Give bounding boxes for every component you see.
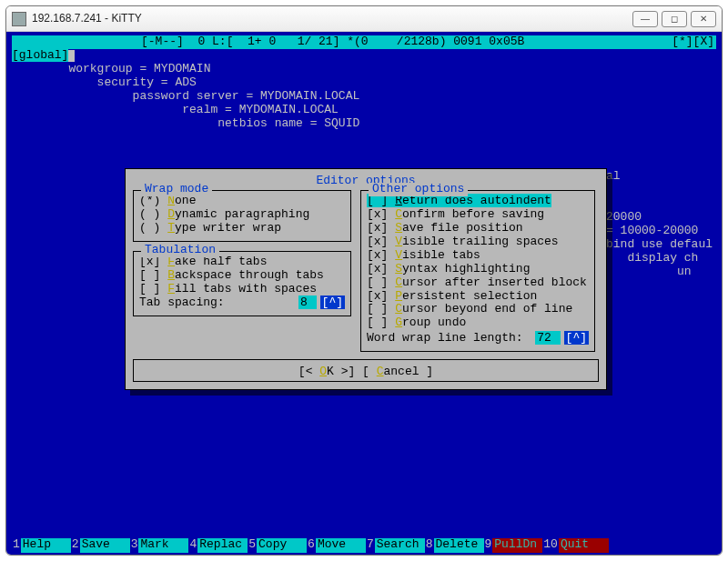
maximize-button[interactable]: ◻: [662, 11, 687, 27]
fkey-label: Move: [316, 538, 366, 553]
function-key-bar: 1Help2Save3Mark4Replac5Copy6Move7Search8…: [12, 538, 716, 553]
wrap-length-label: Word wrap line length:: [367, 332, 523, 346]
tabulation-option[interactable]: [x] Fake half tabs: [139, 255, 345, 269]
window-buttons: — ◻ ✕: [629, 11, 716, 27]
tabulation-group: Tabulation [x] Fake half tabs[ ] Backspa…: [133, 251, 351, 316]
tab-spacing-row: Tab spacing: 8 [^]: [139, 296, 345, 310]
fkey-label: Replac: [197, 538, 248, 553]
other-option[interactable]: [x] Visible trailing spaces: [367, 235, 589, 249]
fkey-num: 5: [248, 538, 257, 553]
editor-status-line: [-M--] 0 L:[ 1+ 0 1/ 21] *(0 /2128b) 009…: [12, 35, 716, 49]
other-option[interactable]: [ ] Group undo: [367, 316, 589, 330]
fkey-label: Quit: [559, 538, 609, 553]
dialog-buttons: [< OK >] [ Cancel ]: [133, 359, 599, 382]
config-line: realm = MYDOMAIN.LOCAL: [12, 104, 716, 117]
status-right: [*][X]: [672, 35, 714, 49]
window-title: 192.168.7.241 - KiTTY: [32, 13, 629, 25]
fkey-num: 7: [366, 538, 375, 553]
fkey-label: Mark: [138, 538, 188, 553]
fkey-5[interactable]: 5Copy: [248, 538, 307, 553]
fkey-label: Search: [375, 538, 425, 553]
fkey-num: 3: [130, 538, 139, 553]
fkey-label: Help: [21, 538, 71, 553]
status-position: 0 L:[ 1+ 0 1/ 21] *(0 /2128b) 0091 0x05B: [197, 35, 524, 49]
other-options-legend: Other options: [369, 183, 468, 196]
background-text-right: cal -20000 = 10000-20000 bind use defaul…: [599, 170, 713, 279]
other-option[interactable]: [ ] Return does autoindent: [367, 195, 589, 208]
wrap-mode-option[interactable]: (*) None: [139, 195, 345, 208]
tabulation-legend: Tabulation: [141, 244, 219, 257]
other-option[interactable]: [x] Syntax highlighting: [367, 263, 589, 276]
cancel-button[interactable]: Cancel: [377, 365, 420, 378]
status-mode: [-M--]: [141, 35, 184, 49]
tab-spacing-spinner[interactable]: [^]: [320, 296, 345, 309]
config-section: [global]: [12, 49, 716, 63]
other-option[interactable]: [ ] Cursor after inserted block: [367, 276, 589, 290]
other-option[interactable]: [x] Confirm before saving: [367, 208, 589, 222]
fkey-9[interactable]: 9PullDn: [484, 538, 543, 553]
cursor: [68, 50, 75, 62]
other-option[interactable]: [x] Visible tabs: [367, 249, 589, 263]
other-options-group: Other options [ ] Return does autoindent…: [360, 190, 595, 352]
config-body: workgroup = MYDOMAIN security = ADS pass…: [12, 63, 716, 131]
other-option[interactable]: [x] Persistent selection: [367, 290, 589, 304]
wrap-mode-option[interactable]: ( ) Type writer wrap: [139, 222, 345, 235]
wrap-mode-option[interactable]: ( ) Dynamic paragraphing: [139, 208, 345, 222]
fkey-label: PullDn: [492, 538, 542, 553]
other-option[interactable]: [ ] Cursor beyond end of line: [367, 303, 589, 316]
ok-button[interactable]: OK: [319, 365, 334, 378]
fkey-num: 1: [12, 538, 21, 553]
wrap-length-spinner[interactable]: [^]: [564, 331, 589, 345]
wrap-length-input[interactable]: 72: [535, 331, 560, 345]
fkey-7[interactable]: 7Search: [366, 538, 425, 553]
app-window: 192.168.7.241 - KiTTY — ◻ ✕ [-M--] 0 L:[…: [5, 5, 723, 556]
tab-spacing-input[interactable]: 8: [298, 296, 317, 309]
fkey-label: Save: [80, 538, 130, 553]
wrap-mode-group: Wrap mode (*) None( ) Dynamic paragraphi…: [133, 190, 351, 242]
config-line: netbios name = SQUID: [12, 117, 716, 131]
config-line: workgroup = MYDOMAIN: [12, 63, 716, 76]
wrap-mode-legend: Wrap mode: [141, 183, 212, 196]
fkey-4[interactable]: 4Replac: [188, 538, 248, 553]
fkey-num: 6: [307, 538, 316, 553]
fkey-6[interactable]: 6Move: [307, 538, 366, 553]
titlebar: 192.168.7.241 - KiTTY — ◻ ✕: [6, 6, 722, 32]
fkey-2[interactable]: 2Save: [71, 538, 130, 553]
other-option[interactable]: [x] Save file position: [367, 222, 589, 235]
fkey-label: Delete: [434, 538, 484, 553]
close-button[interactable]: ✕: [691, 11, 716, 27]
editor-options-dialog: Editor options Wrap mode (*) None( ) Dyn…: [125, 168, 607, 390]
tabulation-option[interactable]: [ ] Backspace through tabs: [139, 269, 345, 283]
fkey-3[interactable]: 3Mark: [130, 538, 189, 553]
minimize-button[interactable]: —: [632, 11, 658, 27]
fkey-num: 2: [71, 538, 80, 553]
fkey-num: 4: [188, 538, 197, 553]
config-line: security = ADS: [12, 76, 716, 90]
terminal: [-M--] 0 L:[ 1+ 0 1/ 21] *(0 /2128b) 009…: [6, 32, 722, 555]
fkey-num: 10: [542, 538, 559, 553]
fkey-num: 8: [425, 538, 434, 553]
app-icon: [12, 12, 26, 26]
tabulation-option[interactable]: [ ] Fill tabs with spaces: [139, 283, 345, 296]
fkey-1[interactable]: 1Help: [12, 538, 71, 553]
fkey-num: 9: [484, 538, 493, 553]
wrap-length-row: Word wrap line length: 72 [^]: [367, 332, 589, 346]
tab-spacing-label: Tab spacing:: [139, 296, 225, 310]
fkey-8[interactable]: 8Delete: [425, 538, 484, 553]
fkey-10[interactable]: 10Quit: [542, 538, 609, 553]
fkey-label: Copy: [257, 538, 307, 553]
config-line: password server = MYDOMAIN.LOCAL: [12, 90, 716, 104]
